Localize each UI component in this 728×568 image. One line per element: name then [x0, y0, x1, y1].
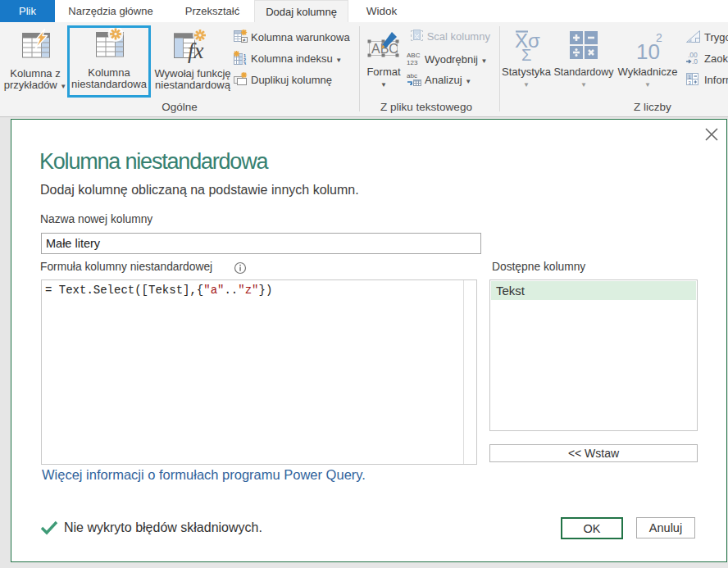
svg-text:≠: ≠ [243, 37, 246, 43]
svg-text:123: 123 [407, 59, 418, 66]
svg-text:abc: abc [407, 72, 417, 80]
svg-text:Σ: Σ [521, 46, 531, 61]
svg-text:.0: .0 [692, 57, 698, 65]
svg-text:2: 2 [656, 31, 662, 44]
svg-text:fx: fx [188, 39, 204, 63]
svg-text:3: 3 [243, 61, 246, 66]
svg-text:ABC: ABC [407, 52, 421, 59]
